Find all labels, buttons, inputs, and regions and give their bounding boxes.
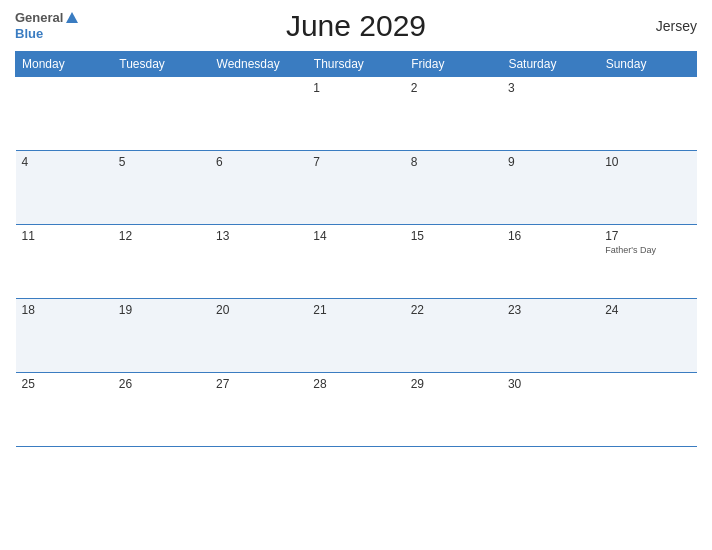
day-number: 20	[216, 303, 301, 317]
day-number: 11	[22, 229, 107, 243]
logo-general-text: General	[15, 10, 63, 26]
calendar-cell-w2-d6: 9	[502, 151, 599, 225]
day-number: 1	[313, 81, 398, 95]
calendar-cell-w3-d2: 12	[113, 225, 210, 299]
calendar-cell-w5-d1: 25	[16, 373, 113, 447]
day-number: 2	[411, 81, 496, 95]
day-number: 26	[119, 377, 204, 391]
day-number: 27	[216, 377, 301, 391]
logo-triangle-icon	[66, 12, 78, 23]
calendar-cell-w3-d4: 14	[307, 225, 404, 299]
calendar-cell-w4-d6: 23	[502, 299, 599, 373]
day-number: 18	[22, 303, 107, 317]
week-row-2: 45678910	[16, 151, 697, 225]
calendar-cell-w2-d1: 4	[16, 151, 113, 225]
calendar-cell-w3-d3: 13	[210, 225, 307, 299]
day-number: 21	[313, 303, 398, 317]
calendar-cell-w1-d4: 1	[307, 77, 404, 151]
day-number: 6	[216, 155, 301, 169]
calendar-cell-w5-d3: 27	[210, 373, 307, 447]
day-number: 5	[119, 155, 204, 169]
day-number: 23	[508, 303, 593, 317]
day-number: 19	[119, 303, 204, 317]
day-number: 10	[605, 155, 690, 169]
calendar-grid: Monday Tuesday Wednesday Thursday Friday…	[15, 51, 697, 447]
calendar-cell-w4-d2: 19	[113, 299, 210, 373]
day-number: 8	[411, 155, 496, 169]
calendar-cell-w5-d6: 30	[502, 373, 599, 447]
week-row-3: 11121314151617Father's Day	[16, 225, 697, 299]
calendar-cell-w5-d5: 29	[405, 373, 502, 447]
calendar-cell-w3-d7: 17Father's Day	[599, 225, 696, 299]
calendar-title: June 2029	[286, 9, 426, 43]
day-number: 24	[605, 303, 690, 317]
calendar-cell-w1-d2	[113, 77, 210, 151]
calendar-cell-w3-d1: 11	[16, 225, 113, 299]
day-number: 29	[411, 377, 496, 391]
header-sunday: Sunday	[599, 52, 696, 77]
calendar-cell-w2-d2: 5	[113, 151, 210, 225]
header-monday: Monday	[16, 52, 113, 77]
day-number: 25	[22, 377, 107, 391]
event-label: Father's Day	[605, 245, 690, 255]
calendar-cell-w4-d7: 24	[599, 299, 696, 373]
header-tuesday: Tuesday	[113, 52, 210, 77]
day-number: 14	[313, 229, 398, 243]
day-number: 22	[411, 303, 496, 317]
calendar-cell-w4-d1: 18	[16, 299, 113, 373]
calendar-cell-w1-d5: 2	[405, 77, 502, 151]
calendar-cell-w1-d1	[16, 77, 113, 151]
day-number: 7	[313, 155, 398, 169]
day-number: 28	[313, 377, 398, 391]
header-saturday: Saturday	[502, 52, 599, 77]
header-thursday: Thursday	[307, 52, 404, 77]
week-row-1: 123	[16, 77, 697, 151]
calendar-cell-w1-d7	[599, 77, 696, 151]
logo: General Blue	[15, 10, 78, 41]
week-row-4: 18192021222324	[16, 299, 697, 373]
calendar-cell-w5-d2: 26	[113, 373, 210, 447]
header-wednesday: Wednesday	[210, 52, 307, 77]
calendar-cell-w4-d5: 22	[405, 299, 502, 373]
day-number: 4	[22, 155, 107, 169]
day-number: 17	[605, 229, 690, 243]
calendar-cell-w4-d3: 20	[210, 299, 307, 373]
calendar-cell-w4-d4: 21	[307, 299, 404, 373]
logo-blue-text: Blue	[15, 26, 43, 41]
day-number: 30	[508, 377, 593, 391]
header-friday: Friday	[405, 52, 502, 77]
day-number: 3	[508, 81, 593, 95]
calendar-cell-w2-d7: 10	[599, 151, 696, 225]
calendar-cell-w3-d5: 15	[405, 225, 502, 299]
calendar-cell-w2-d5: 8	[405, 151, 502, 225]
day-number: 13	[216, 229, 301, 243]
calendar-cell-w2-d4: 7	[307, 151, 404, 225]
calendar-cell-w1-d3	[210, 77, 307, 151]
day-number: 16	[508, 229, 593, 243]
calendar-container: General Blue June 2029 Jersey Monday Tue…	[0, 0, 712, 550]
header: General Blue June 2029 Jersey	[15, 10, 697, 41]
calendar-cell-w5-d4: 28	[307, 373, 404, 447]
day-number: 9	[508, 155, 593, 169]
calendar-cell-w5-d7	[599, 373, 696, 447]
calendar-cell-w2-d3: 6	[210, 151, 307, 225]
calendar-cell-w3-d6: 16	[502, 225, 599, 299]
weekday-header-row: Monday Tuesday Wednesday Thursday Friday…	[16, 52, 697, 77]
region-label: Jersey	[656, 18, 697, 34]
day-number: 12	[119, 229, 204, 243]
calendar-cell-w1-d6: 3	[502, 77, 599, 151]
day-number: 15	[411, 229, 496, 243]
week-row-5: 252627282930	[16, 373, 697, 447]
